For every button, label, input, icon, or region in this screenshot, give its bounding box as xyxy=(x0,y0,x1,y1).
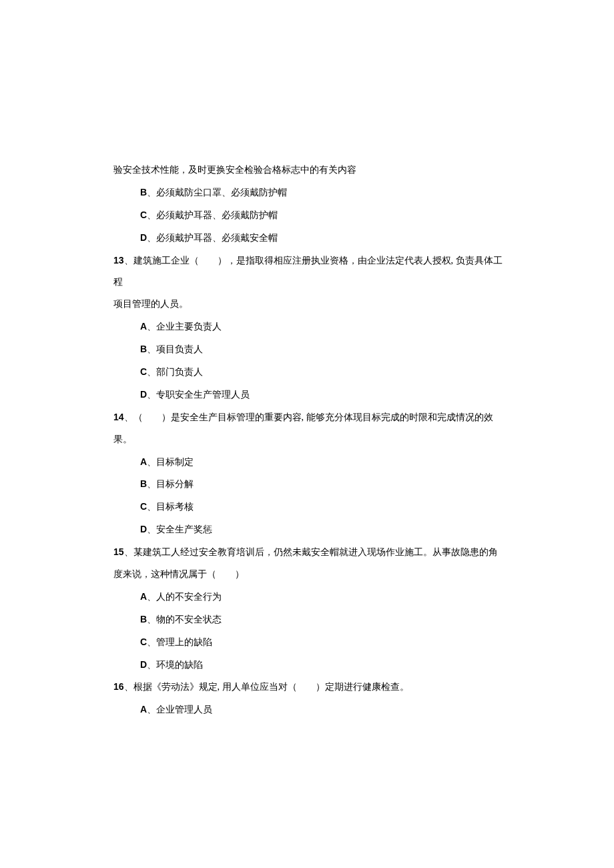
question-text: 、建筑施工企业（ ），是指取得相应注册执业资格，由企业法定代表人授权, 负责具体… xyxy=(124,256,503,266)
option-b: B、项目负责人 xyxy=(113,338,507,361)
question-number: 16 xyxy=(113,681,124,692)
option-label: D xyxy=(140,659,147,670)
option-text: 、安全生产奖惩 xyxy=(147,524,212,534)
option-label: D xyxy=(140,524,147,534)
question-16: 16、根据《劳动法》规定, 用人单位应当对（ ）定期进行健康检查。 xyxy=(113,676,507,699)
option-label: C xyxy=(140,366,147,377)
option-label: B xyxy=(140,344,147,354)
option-text: 、项目负责人 xyxy=(147,344,203,354)
question-14: 14、（ ）是安全生产目标管理的重要内容, 能够充分体现目标完成的时限和完成情况… xyxy=(113,406,507,429)
question-text: 、某建筑工人经过安全教育培训后，仍然未戴安全帽就进入现场作业施工。从事故隐患的角 xyxy=(124,547,498,557)
option-text: 、专职安全生产管理人员 xyxy=(147,390,250,400)
option-d: D、安全生产奖惩 xyxy=(113,518,507,541)
option-text: 、必须戴护耳器、必须戴安全帽 xyxy=(147,233,278,243)
option-d: D、必须戴护耳器、必须戴安全帽 xyxy=(113,227,507,250)
option-label: A xyxy=(140,591,147,602)
intro-line: 验安全技术性能，及时更换安全检验合格标志中的有关内容 xyxy=(113,159,507,181)
option-b: B、物的不安全状态 xyxy=(113,608,507,631)
option-label: D xyxy=(140,232,147,243)
option-c: C、管理上的缺陷 xyxy=(113,631,507,654)
question-13-cont: 程 xyxy=(113,272,507,294)
option-a: A、目标制定 xyxy=(113,451,507,474)
document-page: 验安全技术性能，及时更换安全检验合格标志中的有关内容 B、必须戴防尘口罩、必须戴… xyxy=(113,159,507,721)
option-label: C xyxy=(140,209,147,220)
option-label: A xyxy=(140,704,147,715)
question-text: 、根据《劳动法》规定, 用人单位应当对（ ）定期进行健康检查。 xyxy=(124,682,409,692)
question-13: 13、建筑施工企业（ ），是指取得相应注册执业资格，由企业法定代表人授权, 负责… xyxy=(113,250,507,272)
option-c: C、必须戴护耳器、必须戴防护帽 xyxy=(113,204,507,227)
option-text: 、企业管理人员 xyxy=(147,705,212,715)
option-label: A xyxy=(140,321,147,332)
option-text: 、人的不安全行为 xyxy=(147,592,222,602)
option-a: A、企业管理人员 xyxy=(113,699,507,721)
option-label: B xyxy=(140,478,147,489)
option-label: A xyxy=(140,456,147,467)
option-d: D、环境的缺陷 xyxy=(113,654,507,677)
option-b: B、必须戴防尘口罩、必须戴防护帽 xyxy=(113,181,507,204)
option-c: C、目标考核 xyxy=(113,496,507,518)
option-label: C xyxy=(140,501,147,512)
option-text: 、目标分解 xyxy=(147,479,194,489)
option-a: A、企业主要负责人 xyxy=(113,316,507,338)
option-c: C、部门负责人 xyxy=(113,361,507,384)
question-number: 15 xyxy=(113,546,124,557)
option-text: 、环境的缺陷 xyxy=(147,660,203,670)
option-label: B xyxy=(140,614,147,624)
option-text: 、目标考核 xyxy=(147,502,194,512)
option-label: C xyxy=(140,636,147,647)
question-text: 、（ ）是安全生产目标管理的重要内容, 能够充分体现目标完成的时限和完成情况的效 xyxy=(124,412,493,422)
question-number: 14 xyxy=(113,412,124,422)
question-15-cont: 度来说，这种情况属于（ ） xyxy=(113,564,507,586)
option-text: 、必须戴护耳器、必须戴防护帽 xyxy=(147,210,278,220)
option-text: 、部门负责人 xyxy=(147,367,203,377)
option-label: D xyxy=(140,389,147,400)
option-text: 、管理上的缺陷 xyxy=(147,637,212,647)
question-13-cont2: 项目管理的人员。 xyxy=(113,294,507,316)
option-a: A、人的不安全行为 xyxy=(113,586,507,608)
option-text: 、目标制定 xyxy=(147,457,194,467)
question-14-cont: 果。 xyxy=(113,429,507,451)
option-b: B、目标分解 xyxy=(113,473,507,496)
option-text: 、物的不安全状态 xyxy=(147,614,222,624)
question-number: 13 xyxy=(113,255,124,266)
option-text: 、企业主要负责人 xyxy=(147,322,222,332)
question-15: 15、某建筑工人经过安全教育培训后，仍然未戴安全帽就进入现场作业施工。从事故隐患… xyxy=(113,541,507,564)
option-text: 、必须戴防尘口罩、必须戴防护帽 xyxy=(147,187,287,197)
option-d: D、专职安全生产管理人员 xyxy=(113,384,507,406)
option-label: B xyxy=(140,187,147,197)
